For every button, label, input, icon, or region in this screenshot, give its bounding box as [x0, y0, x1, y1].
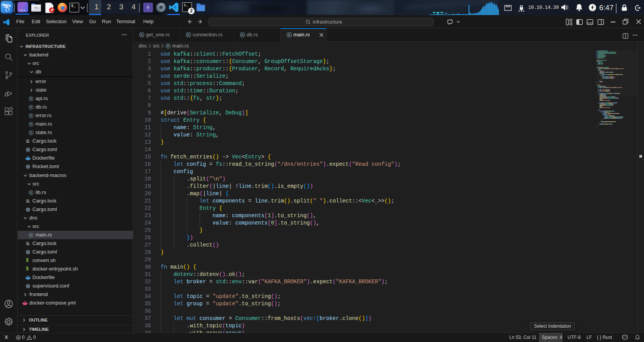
svg-text:R: R	[30, 97, 32, 100]
svg-text:R: R	[141, 33, 143, 37]
svg-text:R: R	[241, 33, 244, 37]
svg-text:R: R	[30, 131, 32, 134]
svg-text:R: R	[30, 191, 32, 194]
svg-text:R: R	[288, 33, 291, 37]
svg-text:R: R	[187, 33, 190, 37]
svg-text:R: R	[30, 105, 32, 109]
svg-text:R: R	[30, 123, 32, 126]
svg-text:R: R	[30, 114, 32, 117]
svg-text:R: R	[30, 233, 32, 237]
svg-text:R: R	[167, 44, 169, 48]
